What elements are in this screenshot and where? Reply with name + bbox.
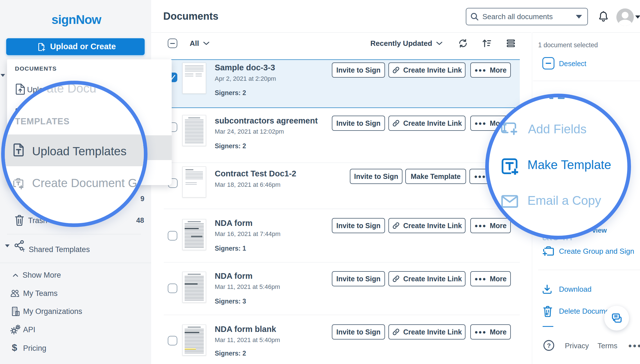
- svg-text:?: ?: [547, 342, 551, 349]
- svg-text:T: T: [22, 248, 25, 252]
